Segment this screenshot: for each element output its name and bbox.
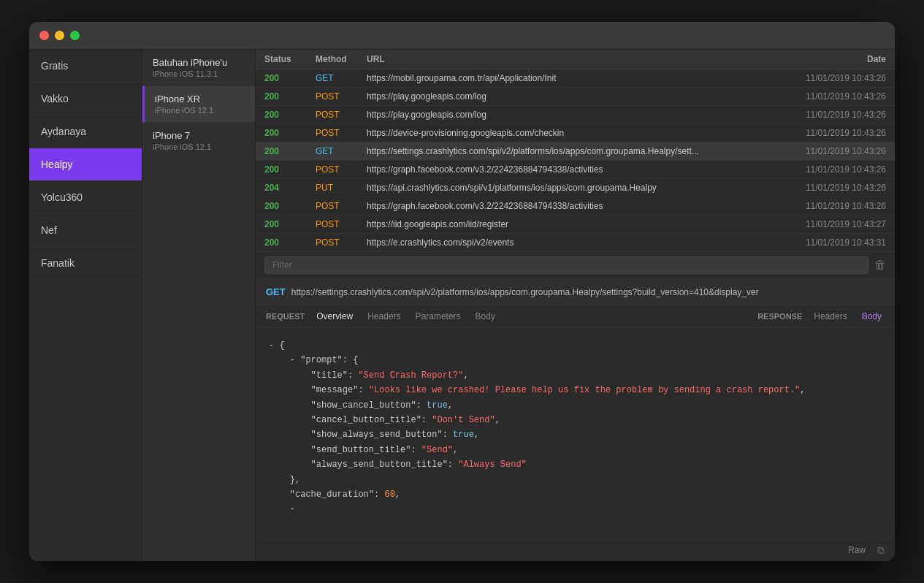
tab-body[interactable]: Body bbox=[473, 310, 498, 323]
table-row[interactable]: 200POSThttps://device-provisioning.googl… bbox=[256, 124, 895, 142]
date-cell: 11/01/2019 10:43:26 bbox=[740, 164, 886, 175]
url-cell: https://settings.crashlytics.com/spi/v2/… bbox=[367, 146, 740, 156]
date-cell: 11/01/2019 10:43:26 bbox=[740, 91, 886, 102]
close-button[interactable] bbox=[39, 31, 49, 40]
table-row[interactable]: 200POSThttps://graph.facebook.com/v3.2/2… bbox=[256, 161, 895, 179]
table-header: Status Method URL Date bbox=[256, 50, 895, 69]
filter-input[interactable] bbox=[264, 256, 868, 274]
response-body: - { - "prompt": { "title": "Send Crash R… bbox=[256, 328, 895, 538]
device-item-iphone_xr[interactable]: iPhone XRiPhone iOS 12.1 bbox=[142, 86, 255, 123]
code-line: "always_send_button_title": "Always Send… bbox=[269, 457, 882, 472]
sidebar-app-vakko[interactable]: Vakko bbox=[29, 83, 142, 115]
code-line: "title": "Send Crash Report?", bbox=[269, 368, 882, 383]
tab-res-body[interactable]: Body bbox=[859, 310, 885, 323]
url-cell: https://graph.facebook.com/v3.2/22423688… bbox=[367, 164, 740, 175]
raw-button[interactable]: Raw bbox=[842, 544, 871, 557]
method-cell: GET bbox=[316, 73, 367, 83]
col-method: Method bbox=[316, 54, 367, 64]
code-line: "show_cancel_button": true, bbox=[269, 398, 882, 413]
status-cell: 200 bbox=[264, 146, 316, 156]
raw-bar: Raw ⧉ bbox=[256, 538, 895, 561]
code-line: - { bbox=[269, 338, 882, 353]
tab-res-headers[interactable]: Headers bbox=[811, 310, 849, 323]
maximize-button[interactable] bbox=[70, 31, 80, 40]
method-cell: PUT bbox=[316, 183, 367, 193]
table-row[interactable]: 200POSThttps://play.googleapis.com/log11… bbox=[256, 88, 895, 106]
filter-bar: 🗑 bbox=[256, 252, 895, 279]
status-cell: 204 bbox=[264, 183, 316, 193]
req-res-panel: REQUEST Overview Headers Parameters Body… bbox=[256, 305, 895, 561]
tab-overview[interactable]: Overview bbox=[313, 310, 356, 323]
copy-icon[interactable]: ⧉ bbox=[877, 544, 885, 557]
device-name: iPhone 7 bbox=[153, 130, 245, 141]
url-cell: https://device-provisioning.googleapis.c… bbox=[367, 128, 740, 138]
method-cell: POST bbox=[316, 201, 367, 211]
code-line: - bbox=[269, 502, 882, 517]
status-cell: 200 bbox=[264, 91, 316, 102]
sidebar-app-nef[interactable]: Nef bbox=[29, 214, 142, 247]
method-cell: POST bbox=[316, 110, 367, 120]
minimize-button[interactable] bbox=[55, 31, 64, 40]
table-row[interactable]: 200POSThttps://iid.googleapis.com/iid/re… bbox=[256, 216, 895, 234]
url-cell: https://iid.googleapis.com/iid/register bbox=[367, 219, 740, 229]
status-cell: 200 bbox=[264, 201, 316, 211]
table-row[interactable]: 200POSThttps://graph.facebook.com/v3.2/2… bbox=[256, 197, 895, 216]
code-line: - "prompt": { bbox=[269, 353, 882, 367]
code-line: "cancel_button_title": "Don't Send", bbox=[269, 413, 882, 427]
code-line: "send_button_title": "Send", bbox=[269, 443, 882, 457]
code-line: "show_always_send_button": true, bbox=[269, 427, 882, 442]
status-cell: 200 bbox=[264, 128, 316, 138]
sidebar-app-gratis[interactable]: Gratis bbox=[29, 50, 142, 83]
table-row[interactable]: 204PUThttps://api.crashlytics.com/spi/v1… bbox=[256, 179, 895, 197]
tab-headers[interactable]: Headers bbox=[364, 310, 403, 323]
code-line: }, bbox=[269, 473, 882, 487]
request-label: REQUEST bbox=[266, 312, 305, 321]
status-cell: 200 bbox=[264, 73, 316, 83]
response-label: RESPONSE bbox=[757, 312, 802, 321]
col-date: Date bbox=[740, 54, 886, 64]
sidebar-app-healpy[interactable]: Healpy bbox=[29, 148, 142, 181]
date-cell: 11/01/2019 10:43:26 bbox=[740, 146, 886, 156]
date-cell: 11/01/2019 10:43:26 bbox=[740, 201, 886, 211]
content-area: GratisVakkoAydanayaHealpyYolcu360NefFana… bbox=[29, 50, 895, 561]
method-cell: POST bbox=[316, 164, 367, 175]
sidebar-app-fanatik[interactable]: Fanatik bbox=[29, 247, 142, 280]
status-cell: 200 bbox=[264, 219, 316, 229]
code-line: "cache_duration": 60, bbox=[269, 487, 882, 502]
table-row[interactable]: 200POSThttps://play.googleapis.com/log11… bbox=[256, 106, 895, 124]
device-os: iPhone iOS 11.3.1 bbox=[153, 69, 245, 78]
url-cell: https://graph.facebook.com/v3.2/22423688… bbox=[367, 201, 740, 211]
method-cell: GET bbox=[316, 146, 367, 156]
url-cell: https://play.googleapis.com/log bbox=[367, 110, 740, 120]
device-os: iPhone iOS 12.1 bbox=[153, 142, 245, 151]
method-cell: POST bbox=[316, 237, 367, 248]
device-item-batuhan[interactable]: Batuhan iPhone'uiPhone iOS 11.3.1 bbox=[142, 50, 255, 86]
status-cell: 200 bbox=[264, 110, 316, 120]
device-name: iPhone XR bbox=[155, 94, 245, 104]
url-cell: https://play.googleapis.com/log bbox=[367, 91, 740, 102]
selected-url-bar: GET https://settings.crashlytics.com/spi… bbox=[256, 279, 895, 305]
table-row[interactable]: 200GEThttps://mobil.groupama.com.tr/api/… bbox=[256, 69, 895, 88]
device-name: Batuhan iPhone'u bbox=[153, 57, 245, 68]
clear-icon[interactable]: 🗑 bbox=[874, 259, 886, 272]
method-cell: POST bbox=[316, 91, 367, 102]
tab-parameters[interactable]: Parameters bbox=[413, 310, 464, 323]
titlebar bbox=[29, 22, 895, 50]
sidebar-app-aydanaya[interactable]: Aydanaya bbox=[29, 115, 142, 148]
method-cell: POST bbox=[316, 128, 367, 138]
traffic-lights bbox=[39, 31, 80, 40]
main-panel: Status Method URL Date 200GEThttps://mob… bbox=[256, 50, 895, 561]
date-cell: 11/01/2019 10:43:26 bbox=[740, 128, 886, 138]
url-cell: https://e.crashlytics.com/spi/v2/events bbox=[367, 237, 740, 248]
table-row[interactable]: 200GEThttps://settings.crashlytics.com/s… bbox=[256, 142, 895, 161]
device-os: iPhone iOS 12.1 bbox=[155, 106, 245, 115]
date-cell: 11/01/2019 10:43:31 bbox=[740, 237, 886, 248]
url-cell: https://api.crashlytics.com/spi/v1/platf… bbox=[367, 183, 740, 193]
date-cell: 11/01/2019 10:43:26 bbox=[740, 183, 886, 193]
apps-sidebar: GratisVakkoAydanayaHealpyYolcu360NefFana… bbox=[29, 50, 142, 561]
sidebar-app-yolcu360[interactable]: Yolcu360 bbox=[29, 181, 142, 214]
device-item-iphone_7[interactable]: iPhone 7iPhone iOS 12.1 bbox=[142, 123, 255, 159]
col-status: Status bbox=[264, 54, 316, 64]
table-row[interactable]: 200POSThttps://e.crashlytics.com/spi/v2/… bbox=[256, 234, 895, 252]
date-cell: 11/01/2019 10:43:27 bbox=[740, 219, 886, 229]
